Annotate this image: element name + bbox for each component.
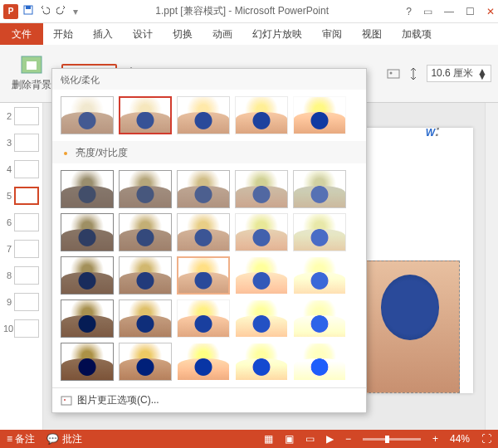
brightness-preset-24[interactable] [293,343,346,381]
help-icon[interactable]: ? [406,6,412,17]
svg-point-13 [390,71,393,74]
remove-background-button[interactable]: 删除背景 [7,53,56,94]
brightness-preset-11[interactable] [119,256,172,295]
tab-addins[interactable]: 加载项 [392,23,442,45]
brightness-preset-6[interactable] [119,213,172,251]
brightness-preset-17[interactable] [177,299,230,338]
zoom-out-icon[interactable]: − [345,433,351,445]
brightness-preset-13[interactable] [235,256,288,295]
brightness-preset-4[interactable] [293,170,346,208]
sharpen-preset-2[interactable] [177,96,230,134]
brightness-preset-22[interactable] [177,343,230,381]
remove-bg-icon [20,55,43,76]
brightness-preset-1[interactable] [119,170,172,208]
thumbnail-slide-10[interactable]: 10 [0,317,42,340]
brightness-preset-10[interactable] [61,256,114,295]
thumbnail-slide-7[interactable]: 7 [0,237,42,261]
brightness-preset-0[interactable] [61,170,114,208]
sun-small-icon [61,149,71,158]
svg-point-15 [64,152,67,155]
sharpen-preset-3[interactable] [235,96,288,134]
remove-bg-label: 删除背景 [12,78,51,92]
brightness-preset-18[interactable] [235,299,288,338]
brightness-grid [52,163,366,387]
comments-button[interactable]: 💬 批注 [46,432,81,446]
svg-rect-12 [388,70,399,78]
slide-thumbnails: 2345678910 [0,103,43,430]
status-bar: ≡ 备注 💬 批注 ▦ ▣ ▭ ▶ − + 44% ⛶ [0,430,498,448]
sharpen-preset-0[interactable] [61,96,114,134]
sorter-view-icon[interactable]: ▣ [285,433,294,445]
ribbon-display-icon[interactable]: ▭ [423,6,432,17]
picture-icon[interactable] [387,67,400,80]
height-input[interactable]: 10.6 厘米▲▼ [427,65,491,82]
slideshow-view-icon[interactable]: ▶ [326,433,334,445]
brightness-preset-21[interactable] [119,343,172,381]
ribbon-tabs: 文件 开始 插入 设计 切换 动画 幻灯片放映 审阅 视图 加载项 [0,23,498,45]
normal-view-icon[interactable]: ▦ [264,433,273,445]
corrections-dropdown: 锐化/柔化 亮度/对比度 图片更正选项(C)... [51,68,367,413]
svg-rect-1 [26,6,31,9]
svg-rect-16 [61,397,71,405]
thumbnail-slide-6[interactable]: 6 [0,211,42,234]
tab-file[interactable]: 文件 [0,23,43,45]
maximize-icon[interactable]: ☐ [466,6,475,17]
notes-button[interactable]: ≡ 备注 [7,432,35,446]
brightness-preset-20[interactable] [61,343,114,381]
tab-review[interactable]: 审阅 [312,23,352,45]
brightness-preset-9[interactable] [293,213,346,251]
sharpen-grid [52,90,366,141]
selected-picture[interactable] [360,261,460,393]
brightness-preset-23[interactable] [235,343,288,381]
height-icon [407,67,420,80]
thumbnail-slide-8[interactable]: 8 [0,264,42,287]
tab-slideshow[interactable]: 幻灯片放映 [242,23,312,45]
minimize-icon[interactable]: — [444,6,454,17]
sharpen-section-label: 锐化/柔化 [52,69,366,90]
brightness-preset-8[interactable] [235,213,288,251]
quick-access-toolbar: ▾ [23,5,78,17]
app-icon: P [3,4,18,19]
picture-options-icon [61,395,72,407]
sharpen-preset-1[interactable] [119,96,172,134]
undo-icon[interactable] [40,5,50,17]
brightness-preset-16[interactable] [119,299,172,338]
brightness-preset-15[interactable] [61,299,114,338]
brightness-preset-7[interactable] [177,213,230,251]
thumbnail-slide-9[interactable]: 9 [0,290,42,314]
brightness-preset-3[interactable] [235,170,288,208]
brightness-preset-14[interactable] [293,256,346,295]
sharpen-preset-4[interactable] [293,96,346,134]
zoom-in-icon[interactable]: + [432,433,438,445]
thumbnail-slide-3[interactable]: 3 [0,131,42,154]
tab-design[interactable]: 设计 [123,23,163,45]
title-bar: P ▾ 1.ppt [兼容模式] - Microsoft PowerPoint … [0,0,498,23]
more-options-label: 图片更正选项(C)... [77,393,159,407]
brightness-preset-19[interactable] [293,299,346,338]
reading-view-icon[interactable]: ▭ [305,433,315,445]
tab-insert[interactable]: 插入 [83,23,123,45]
redo-icon[interactable] [56,5,66,17]
tab-home[interactable]: 开始 [43,23,83,45]
svg-point-17 [64,399,66,401]
thumbnail-slide-4[interactable]: 4 [0,158,42,181]
svg-rect-3 [27,61,37,70]
zoom-slider[interactable] [363,438,421,441]
close-icon[interactable]: ✕ [486,6,495,17]
thumbnail-slide-5[interactable]: 5 [0,184,42,207]
tab-transitions[interactable]: 切换 [163,23,203,45]
vertical-scrollbar[interactable] [485,103,498,430]
save-icon[interactable] [23,5,33,17]
brightness-preset-5[interactable] [61,213,114,251]
tab-animations[interactable]: 动画 [203,23,242,45]
brightness-section-label: 亮度/对比度 [52,141,366,163]
zoom-level[interactable]: 44% [450,433,470,445]
brightness-preset-2[interactable] [177,170,230,208]
window-title: 1.ppt [兼容模式] - Microsoft PowerPoint [78,4,406,18]
brightness-preset-12[interactable] [177,256,230,295]
tab-view[interactable]: 视图 [352,23,392,45]
thumbnail-slide-2[interactable]: 2 [0,105,42,128]
watermark: W: [426,116,440,142]
fit-window-icon[interactable]: ⛶ [481,433,491,445]
more-corrections-option[interactable]: 图片更正选项(C)... [52,387,366,412]
